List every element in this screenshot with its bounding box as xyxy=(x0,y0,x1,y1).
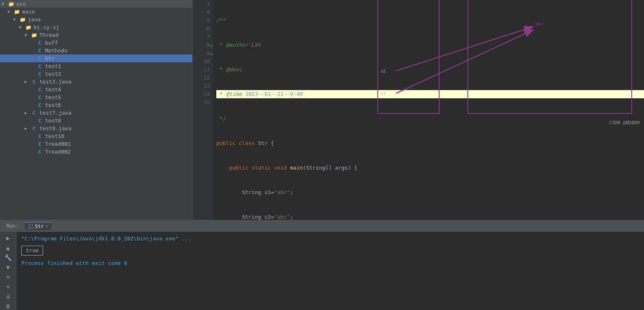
sort-button[interactable]: ≡ xyxy=(3,274,13,281)
code-line-9: public static void main(String[] args) { xyxy=(216,164,644,172)
folder-icon-java: 📁 xyxy=(19,17,26,23)
label-methods: Methods xyxy=(45,48,68,54)
scroll-up-button[interactable]: ▲ xyxy=(3,244,13,251)
tree-item-test3[interactable]: ▶ C test3.java xyxy=(0,78,192,86)
label-tread002: Tread002 xyxy=(45,149,71,155)
arrow-java: ▼ xyxy=(13,17,19,22)
bottom-tabs: Run: ▶ Str ✕ xyxy=(0,220,644,232)
folder-icon-src: 📁 xyxy=(7,1,15,7)
tree-item-test1[interactable]: C test1 xyxy=(0,62,192,70)
console-true-output: true xyxy=(21,244,639,257)
label-java: java xyxy=(28,16,41,23)
arrow-src: ▼ xyxy=(2,2,7,6)
true-output: true xyxy=(21,246,43,256)
code-line-5: * @desc xyxy=(216,66,644,74)
print-button[interactable]: 🖨 xyxy=(3,293,13,300)
run-arrow-9: ▶ xyxy=(211,50,213,58)
code-line-3: /** xyxy=(216,16,644,25)
tree-item-methods[interactable]: C Methods xyxy=(0,47,192,54)
run-label: Run: xyxy=(3,223,22,229)
java-icon-methods: C xyxy=(36,48,43,54)
tree-item-test8[interactable]: C test8 xyxy=(0,117,192,124)
tree-item-test2[interactable]: C test2 xyxy=(0,70,192,78)
main-area: ▼ 📁 src ▼ 📁 main ▼ 📁 java ▼ 📁 bj.cy.sj ▼… xyxy=(0,0,644,220)
wrench-button[interactable]: 🔧 xyxy=(3,254,13,261)
label-tread001: Tread001 xyxy=(45,141,71,147)
label-test10: test10 xyxy=(45,133,64,139)
arrow-bjcysj: ▼ xyxy=(19,25,25,29)
java-icon-test1: C xyxy=(36,63,43,69)
arrow-test3: ▶ xyxy=(25,79,30,84)
label-test8: test8 xyxy=(45,118,61,124)
label-test7: test7.java xyxy=(39,110,71,116)
tree-item-bjcysj[interactable]: ▼ 📁 bj.cy.sj xyxy=(0,23,192,31)
code-line-7: */ xyxy=(216,115,644,123)
label-test5: test5 xyxy=(45,94,61,100)
code-line-6: * @time 2023--01--21--9:40 xyxy=(216,90,644,98)
svg-text:▶: ▶ xyxy=(29,225,32,229)
console-tab-str[interactable]: ▶ Str ✕ xyxy=(25,222,51,230)
java-icon-test6: C xyxy=(36,102,43,108)
console-tab-icon: ▶ xyxy=(28,224,33,229)
file-tree: ▼ 📁 src ▼ 📁 main ▼ 📁 java ▼ 📁 bj.cy.sj ▼… xyxy=(0,0,193,220)
label-thread: Thread xyxy=(39,32,59,38)
code-line-11: String s2="abc"; xyxy=(216,213,644,220)
tree-item-java[interactable]: ▼ 📁 java xyxy=(0,16,192,23)
tree-item-tread001[interactable]: C Tread001 xyxy=(0,140,192,148)
label-bjcysj: bj.cy.sj xyxy=(34,24,59,30)
console-sidebar: ▶ ▲ 🔧 ▼ ≡ ⇅ 🖨 🗑 xyxy=(0,232,16,310)
console-output: "C:\Program Files\Java\jdk1.8.0_202\bin\… xyxy=(16,232,644,310)
tree-item-thread[interactable]: ▼ 📁 Thread xyxy=(0,31,192,39)
code-line-10: String s1="abc"; xyxy=(216,188,644,197)
tree-item-test10[interactable]: C test10 xyxy=(0,132,192,140)
java-icon-buff: C xyxy=(36,40,43,46)
label-test3: test3.java xyxy=(39,79,71,85)
label-test4: test4 xyxy=(45,86,61,93)
run-button[interactable]: ▶ xyxy=(3,234,13,242)
label-buff: buff xyxy=(45,40,58,46)
java-icon-test3: C xyxy=(30,79,38,85)
code-line-8: public class Str { xyxy=(216,139,644,147)
java-icon-test9: C xyxy=(30,126,38,131)
arrow-main: ▼ xyxy=(7,9,13,14)
tree-item-test5[interactable]: C test5 xyxy=(0,93,192,101)
folder-icon-main: 📁 xyxy=(13,9,20,15)
tab-close-icon[interactable]: ✕ xyxy=(45,224,48,229)
label-src: src xyxy=(16,1,26,7)
bottom-panel: Run: ▶ Str ✕ ▶ ▲ 🔧 ▼ ≡ ⇅ 🖨 🗑 "C:\Program… xyxy=(0,220,644,310)
sort-asc-button[interactable]: ⇅ xyxy=(3,283,13,290)
java-icon-tread001: C xyxy=(36,141,43,147)
tree-item-str[interactable]: C Str xyxy=(0,54,192,62)
tab-str-label: Str xyxy=(35,224,44,229)
java-icon-tread002: C xyxy=(36,149,43,155)
java-icon-test8: C xyxy=(36,118,43,124)
run-arrow-8: ▶ xyxy=(211,42,213,50)
tree-item-main[interactable]: ▼ 📁 main xyxy=(0,8,192,16)
arrow-thread: ▼ xyxy=(25,33,30,37)
tree-item-tread002[interactable]: C Tread002 xyxy=(0,148,192,156)
trash-button[interactable]: 🗑 xyxy=(3,303,13,310)
editor-content[interactable]: 3 4 5 6 7 8▶ 9▶ 10 11 12 13 14 15 /** * … xyxy=(193,0,644,220)
tree-item-src[interactable]: ▼ 📁 src xyxy=(0,0,192,8)
java-icon-test7: C xyxy=(30,110,38,116)
folder-icon-bjcysj: 📁 xyxy=(25,25,32,30)
java-icon-test5: C xyxy=(36,95,43,100)
tree-item-test7[interactable]: ▶ C test7.java xyxy=(0,109,192,117)
tree-item-buff[interactable]: C buff xyxy=(0,39,192,47)
label-main: main xyxy=(22,9,35,15)
scroll-down-button[interactable]: ▼ xyxy=(3,264,13,271)
arrow-test7: ▶ xyxy=(25,111,30,115)
folder-icon-thread: 📁 xyxy=(30,32,38,38)
label-str: Str xyxy=(45,55,54,61)
label-test6: test6 xyxy=(45,102,61,108)
tree-item-test6[interactable]: C test6 xyxy=(0,101,192,109)
bottom-content: ▶ ▲ 🔧 ▼ ≡ ⇅ 🖨 🗑 "C:\Program Files\Java\j… xyxy=(0,232,644,310)
label-test1: test1 xyxy=(45,63,61,69)
tree-item-test4[interactable]: C test4 xyxy=(0,86,192,93)
editor-area: 3 4 5 6 7 8▶ 9▶ 10 11 12 13 14 15 /** * … xyxy=(193,0,644,220)
java-icon-test4: C xyxy=(36,87,43,93)
arrow-test9: ▶ xyxy=(25,126,30,131)
tree-item-test9[interactable]: ▶ C test9.java xyxy=(0,124,192,132)
console-process: Process finished with exit code 0 xyxy=(21,260,639,267)
code-display[interactable]: /** * @author LXY * @desc * @time 2023--… xyxy=(213,0,644,220)
